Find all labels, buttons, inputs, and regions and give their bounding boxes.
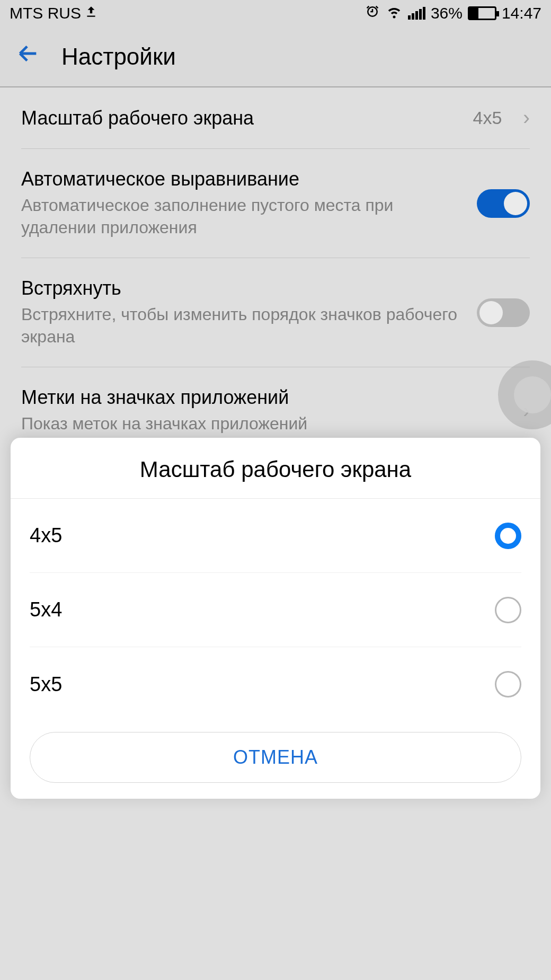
status-bar: MTS RUS 36% 14:47 xyxy=(0,0,551,27)
back-button[interactable] xyxy=(16,41,40,72)
scale-dialog: Масштаб рабочего экрана 4x5 5x4 5x5 ОТМЕ… xyxy=(11,438,540,799)
carrier-label: MTS RUS xyxy=(10,4,81,22)
option-4x5[interactable]: 4x5 xyxy=(30,499,521,573)
option-label: 5x5 xyxy=(30,673,62,696)
row-subtitle: Показ меток на значках приложений xyxy=(21,413,512,435)
option-5x5[interactable]: 5x5 xyxy=(30,647,521,721)
alarm-icon xyxy=(365,4,380,23)
row-title: Масштаб рабочего экрана xyxy=(21,107,463,129)
row-title: Автоматическое выравнивание xyxy=(21,168,466,190)
upload-icon xyxy=(84,4,98,22)
row-shake[interactable]: Встряхнуть Встряхните, чтобы изменить по… xyxy=(21,258,530,367)
row-auto-align[interactable]: Автоматическое выравнивание Автоматическ… xyxy=(21,149,530,258)
signal-icon xyxy=(408,7,425,20)
toggle-shake[interactable] xyxy=(477,298,530,327)
battery-icon xyxy=(468,6,496,20)
radio-unselected-icon xyxy=(495,597,521,623)
toggle-auto-align[interactable] xyxy=(477,189,530,218)
radio-unselected-icon xyxy=(495,671,521,698)
battery-percent: 36% xyxy=(431,4,463,22)
radio-selected-icon xyxy=(495,523,521,549)
row-value: 4x5 xyxy=(473,108,502,128)
row-subtitle: Встряхните, чтобы изменить порядок значк… xyxy=(21,304,466,348)
dialog-title: Масштаб рабочего экрана xyxy=(11,438,540,499)
row-subtitle: Автоматическое заполнение пустого места … xyxy=(21,195,466,239)
row-screen-scale[interactable]: Масштаб рабочего экрана 4x5 › xyxy=(21,87,530,149)
row-title: Встряхнуть xyxy=(21,277,466,299)
page-title: Настройки xyxy=(61,43,176,70)
cancel-button[interactable]: ОТМЕНА xyxy=(30,732,521,783)
option-label: 5x4 xyxy=(30,598,62,621)
cancel-label: ОТМЕНА xyxy=(233,746,318,769)
app-header: Настройки xyxy=(0,27,551,87)
option-label: 4x5 xyxy=(30,524,62,547)
clock-label: 14:47 xyxy=(502,4,541,22)
option-5x4[interactable]: 5x4 xyxy=(30,573,521,647)
chevron-right-icon: › xyxy=(523,107,530,129)
wifi-icon xyxy=(386,4,403,23)
row-title: Метки на значках приложений xyxy=(21,386,512,409)
